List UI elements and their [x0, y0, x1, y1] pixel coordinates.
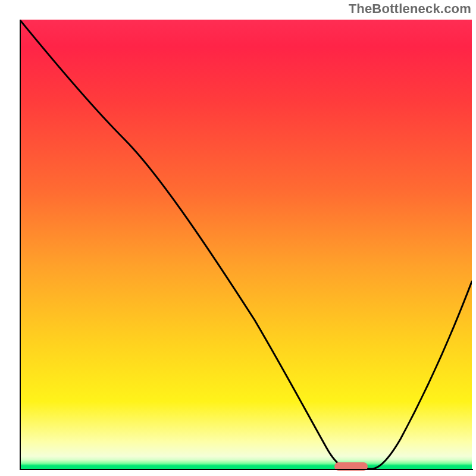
y-axis-line [20, 20, 21, 470]
watermark-text: TheBottleneck.com [349, 2, 471, 15]
chart-container: TheBottleneck.com [0, 0, 476, 476]
bottleneck-curve [20, 20, 472, 469]
x-axis-line [20, 469, 473, 470]
